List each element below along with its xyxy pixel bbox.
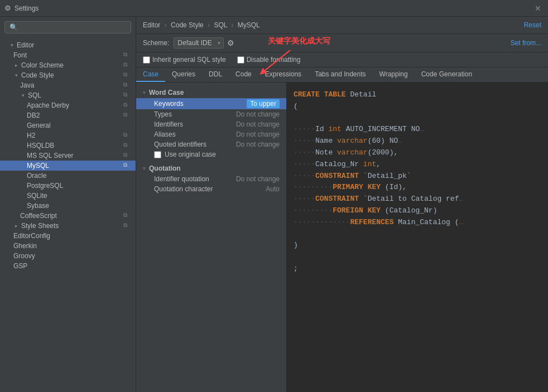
sidebar-item-apache-derby[interactable]: Apache Derby ⧉	[0, 100, 136, 110]
tab-wrapping[interactable]: Wrapping	[373, 67, 415, 82]
expand-arrow-icon: ▾	[20, 93, 26, 98]
breadcrumb-code-style: Code Style	[171, 21, 204, 29]
sidebar-item-coffeescript[interactable]: CoffeeScript ⧉	[0, 211, 136, 221]
settings-row-aliases[interactable]: Aliases Do not change	[136, 129, 286, 139]
annotation-text: 关键字美化成大写	[268, 36, 330, 46]
breadcrumb-sql: SQL	[214, 21, 227, 29]
search-input[interactable]	[4, 21, 131, 33]
tab-ddl[interactable]: DDL	[202, 67, 229, 82]
inherit-sql-label[interactable]: Inherit general SQL style	[143, 56, 226, 64]
copy-icon: ⧉	[123, 91, 131, 99]
reset-button[interactable]: Reset	[524, 21, 541, 29]
code-line: ·····CONSTRAINT `Detail to Catalog ref…	[294, 193, 541, 205]
scheme-select[interactable]: Default IDE Project	[174, 37, 224, 49]
sidebar-item-label: GSP	[13, 262, 27, 270]
code-line: ·····Name varchar(60) NO…	[294, 135, 541, 147]
tab-queries[interactable]: Queries	[165, 67, 202, 82]
settings-row-quoted-identifiers[interactable]: Quoted identifiers Do not change	[136, 139, 286, 149]
sidebar-item-oracle[interactable]: Oracle	[0, 171, 136, 181]
sidebar-item-label: Apache Derby	[27, 101, 69, 109]
disable-formatting-checkbox[interactable]	[237, 56, 244, 64]
scheme-row: Scheme: Default IDE Project ⚙ 关键字美化成大写	[136, 34, 548, 52]
setting-val-keywords: To upper	[247, 99, 280, 108]
sidebar-item-label: EditorConfig	[13, 232, 50, 240]
sidebar-item-editorconfig[interactable]: EditorConfig	[0, 231, 136, 241]
code-line: ·····CONSTRAINT `Detail_pk`	[294, 171, 541, 182]
word-case-group-header[interactable]: ▾ Word Case	[136, 87, 286, 98]
copy-icon: ⧉	[123, 61, 131, 69]
sidebar-item-label: Java	[20, 81, 34, 89]
sidebar-item-style-sheets[interactable]: ▸ Style Sheets ⧉	[0, 221, 136, 231]
settings-row-types[interactable]: Types Do not change	[136, 109, 286, 119]
main-container: ▾ Editor Font ⧉ ▸ Color Scheme ⧉ ▾ Code …	[0, 17, 548, 392]
titlebar: ⚙ Settings ✕	[0, 0, 548, 17]
sidebar-item-java[interactable]: Java ⧉	[0, 80, 136, 90]
code-line: ·········PRIMARY KEY (Id),	[294, 182, 541, 193]
tab-code[interactable]: Code	[229, 67, 258, 82]
tab-code-generation[interactable]: Code Generation	[415, 67, 479, 82]
sidebar-item-h2[interactable]: H2 ⧉	[0, 130, 136, 141]
setting-key-types: Types	[154, 110, 236, 118]
sidebar: ▾ Editor Font ⧉ ▸ Color Scheme ⧉ ▾ Code …	[0, 17, 136, 392]
use-original-case-checkbox[interactable]	[154, 151, 161, 158]
code-preview: CREATE TABLE Detail ( ·····Id int AUTO_I…	[287, 83, 548, 392]
sidebar-item-label: PostgreSQL	[27, 182, 63, 190]
content-panel: Editor › Code Style › SQL › MySQL Reset …	[136, 17, 548, 392]
code-line: )	[294, 240, 541, 251]
sidebar-item-label: Editor	[17, 41, 34, 49]
sidebar-item-hsqldb[interactable]: HSQLDB ⧉	[0, 141, 136, 151]
options-row: Inherit general SQL style Disable format…	[136, 52, 548, 67]
scheme-label: Scheme:	[143, 39, 169, 47]
sidebar-item-gsp[interactable]: GSP	[0, 261, 136, 271]
sidebar-item-label: Sybase	[27, 202, 49, 210]
code-line	[294, 251, 541, 263]
set-from-button[interactable]: Set from...	[511, 39, 541, 47]
code-line: ;	[294, 263, 541, 275]
quotation-group-header[interactable]: ▾ Quotation	[136, 163, 286, 174]
sidebar-item-mysql[interactable]: MySQL ⧉	[0, 161, 136, 171]
inherit-sql-checkbox[interactable]	[143, 56, 150, 64]
code-line: ·········FOREIGN KEY (Catalog_Nr)	[294, 205, 541, 217]
expand-arrow-icon: ▾	[9, 42, 15, 48]
copy-icon: ⧉	[123, 81, 131, 89]
sidebar-item-sybase[interactable]: Sybase	[0, 201, 136, 211]
code-line	[294, 229, 541, 240]
scheme-gear-button[interactable]: ⚙	[227, 38, 234, 47]
sidebar-item-label: Gherkin	[13, 242, 37, 250]
sidebar-item-general[interactable]: General	[0, 120, 136, 130]
settings-row-identifier-quotation[interactable]: Identifier quotation Do not change	[136, 174, 286, 184]
sidebar-item-postgresql[interactable]: PostgreSQL	[0, 181, 136, 191]
sidebar-item-groovy[interactable]: Groovy	[0, 251, 136, 261]
sidebar-item-color-scheme[interactable]: ▸ Color Scheme ⧉	[0, 60, 136, 70]
copy-icon: ⧉	[123, 51, 131, 59]
sidebar-item-sqlite[interactable]: SQLite	[0, 191, 136, 201]
expand-arrow-icon: ▾	[13, 72, 19, 78]
sidebar-item-label: MS SQL Server	[27, 152, 74, 159]
settings-row-identifiers[interactable]: Identifiers Do not change	[136, 119, 286, 129]
sidebar-item-ms-sql-server[interactable]: MS SQL Server ⧉	[0, 151, 136, 161]
sidebar-item-label: DB2	[27, 112, 40, 119]
settings-row-quotation-character[interactable]: Quotation character Auto	[136, 184, 286, 194]
copy-icon: ⧉	[123, 142, 131, 149]
tab-case[interactable]: Case	[136, 67, 165, 82]
sidebar-item-editor[interactable]: ▾ Editor	[0, 40, 136, 50]
breadcrumb-mysql: MySQL	[238, 21, 260, 29]
code-line: ·····Id int AUTO_INCREMENT NO…	[294, 124, 541, 135]
copy-icon: ⧉	[123, 222, 131, 230]
sidebar-item-sql[interactable]: ▾ SQL ⧉	[0, 90, 136, 100]
sidebar-item-label: CoffeeScript	[20, 212, 57, 220]
sidebar-item-db2[interactable]: DB2 ⧉	[0, 110, 136, 120]
sidebar-item-gherkin[interactable]: Gherkin	[0, 241, 136, 251]
sidebar-item-code-style[interactable]: ▾ Code Style ⧉	[0, 70, 136, 80]
sidebar-item-font[interactable]: Font ⧉	[0, 50, 136, 60]
content-header: Editor › Code Style › SQL › MySQL Reset	[136, 17, 548, 34]
sidebar-item-label: Groovy	[13, 252, 35, 260]
setting-key-quotation-character: Quotation character	[154, 185, 266, 193]
copy-icon: ⧉	[123, 132, 131, 139]
tree: ▾ Editor Font ⧉ ▸ Color Scheme ⧉ ▾ Code …	[0, 38, 136, 392]
settings-row-use-original-case[interactable]: Use original case	[136, 149, 286, 159]
settings-row-keywords[interactable]: Keywords To upper	[136, 98, 286, 109]
tab-tabs-and-indents[interactable]: Tabs and Indents	[308, 67, 372, 82]
setting-val-quotation-character: Auto	[266, 185, 280, 193]
close-button[interactable]: ✕	[532, 4, 544, 13]
